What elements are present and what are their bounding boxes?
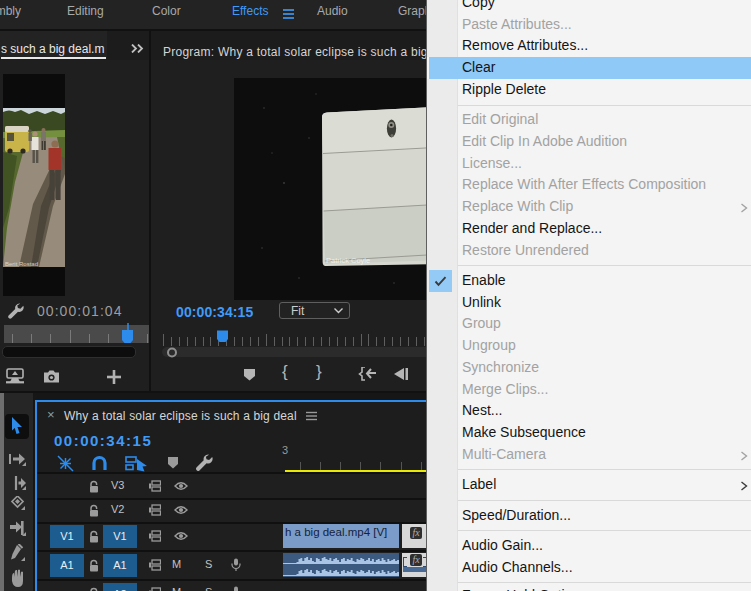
svg-text:Patrick Coyle: Patrick Coyle (326, 256, 370, 265)
svg-text:Berit Rostad: Berit Rostad (5, 261, 38, 267)
